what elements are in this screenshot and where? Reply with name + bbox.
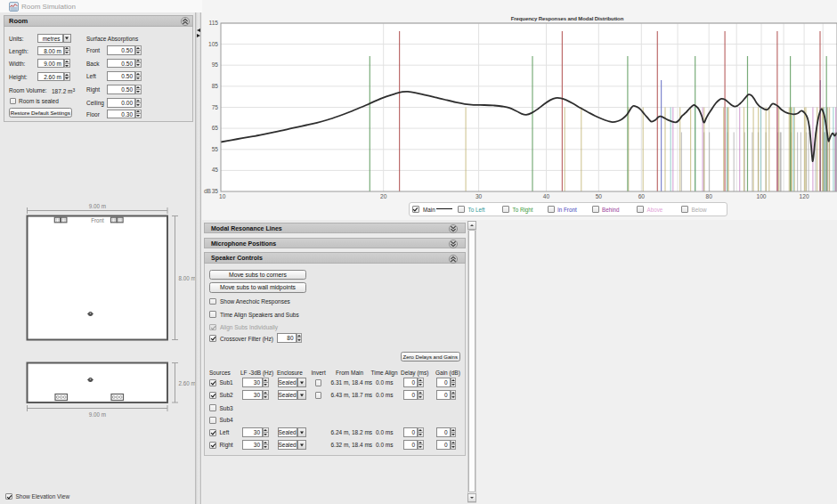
svg-text:85: 85 (212, 83, 219, 89)
svg-text:50: 50 (596, 193, 603, 199)
svg-text:55: 55 (212, 146, 219, 152)
svg-text:65: 65 (212, 125, 219, 131)
svg-text:35: 35 (212, 188, 219, 194)
svg-text:60: 60 (638, 193, 646, 199)
svg-text:105: 105 (208, 41, 218, 47)
svg-text:95: 95 (212, 61, 219, 68)
svg-text:30: 30 (475, 193, 483, 199)
svg-text:20: 20 (380, 193, 387, 199)
svg-text:dB: dB (204, 188, 212, 194)
svg-text:9.00 m: 9.00 m (89, 411, 106, 418)
svg-text:Frequency Responses and Modal: Frequency Responses and Modal Distributi… (511, 16, 624, 21)
svg-text:Front: Front (91, 217, 104, 224)
svg-text:45: 45 (212, 167, 219, 173)
svg-text:8.00 m: 8.00 m (179, 275, 196, 281)
svg-text:80: 80 (706, 193, 713, 199)
svg-text:2.60 m: 2.60 m (179, 380, 196, 386)
svg-text:10: 10 (219, 193, 226, 199)
svg-text:115: 115 (208, 20, 218, 26)
svg-text:75: 75 (212, 104, 219, 110)
svg-text:120: 120 (800, 193, 809, 199)
svg-text:100: 100 (756, 193, 766, 199)
svg-text:40: 40 (543, 193, 550, 199)
svg-text:9.00 m: 9.00 m (89, 203, 106, 209)
